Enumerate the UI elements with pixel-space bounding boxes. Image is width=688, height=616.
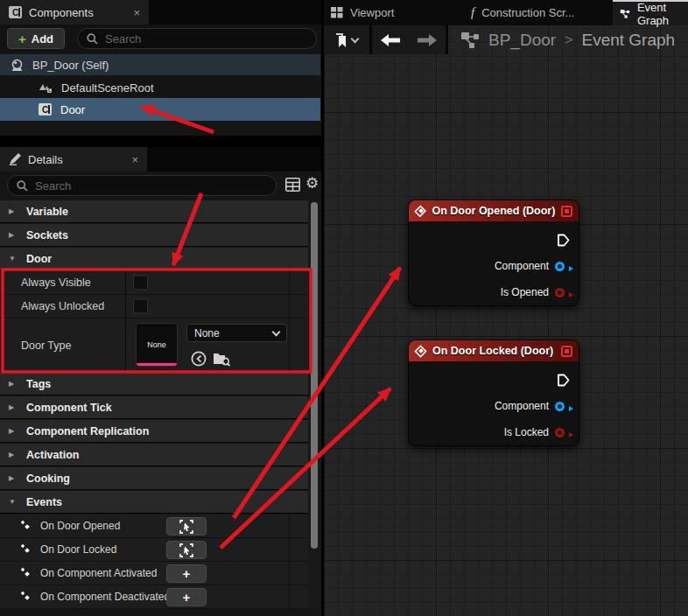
- close-icon[interactable]: ×: [131, 153, 138, 166]
- delegate-pin-icon[interactable]: [561, 206, 572, 217]
- section-variable[interactable]: ▶ Variable: [0, 200, 308, 223]
- tree-item-label: BP_Door (Self): [32, 59, 109, 72]
- forward-button[interactable]: [409, 25, 446, 54]
- section-component-tick[interactable]: ▶ Component Tick: [0, 396, 308, 419]
- display-filter-icon[interactable]: [285, 178, 300, 192]
- tree-item-default-scene-root[interactable]: C DefaultSceneRoot: [0, 77, 320, 98]
- row-door-type: Door Type None None: [0, 318, 308, 373]
- breadcrumb-separator: >: [565, 32, 572, 48]
- tab-construction-label: Construction Scr...: [481, 6, 574, 19]
- section-activation[interactable]: ▶ Activation: [0, 444, 308, 466]
- browse-asset-icon[interactable]: [213, 351, 230, 367]
- close-icon[interactable]: ×: [133, 6, 140, 19]
- use-selected-asset-icon[interactable]: [191, 351, 207, 367]
- door-type-dropdown[interactable]: None: [186, 324, 287, 342]
- section-label: Component Replication: [26, 425, 149, 438]
- tab-viewport[interactable]: Viewport: [331, 0, 394, 25]
- exec-pin-icon: [557, 234, 570, 247]
- section-component-replication[interactable]: ▶ Component Replication: [0, 420, 308, 443]
- details-tab-bar: Details ×: [0, 147, 321, 172]
- tab-components[interactable]: C Components ×: [0, 0, 149, 24]
- is-opened-out-pin[interactable]: Is Opened: [501, 286, 570, 298]
- object-pin-icon: [555, 262, 565, 271]
- component-out-pin[interactable]: Component: [495, 260, 570, 272]
- tab-details-label: Details: [28, 153, 63, 166]
- tab-details[interactable]: Details ×: [0, 147, 147, 172]
- add-event-button[interactable]: +: [166, 564, 207, 583]
- is-locked-out-pin[interactable]: Is Locked: [504, 426, 570, 438]
- tab-event-graph[interactable]: Event Graph: [613, 0, 688, 25]
- section-sockets[interactable]: ▶ Sockets: [0, 224, 308, 247]
- details-search-input[interactable]: Search: [7, 175, 277, 196]
- pin-label: Component: [495, 400, 549, 412]
- event-label: On Door Locked: [40, 543, 116, 556]
- details-scrollbar[interactable]: [308, 200, 321, 610]
- chevron-down-icon: [272, 327, 281, 336]
- breadcrumb: BP_Door > Event Graph: [460, 31, 675, 50]
- function-icon: f: [471, 5, 474, 20]
- thumbnail-label: None: [147, 340, 166, 349]
- pin-label: Is Locked: [504, 426, 549, 438]
- bool-pin-icon: [555, 428, 565, 438]
- event-row-on-door-opened: On Door Opened: [0, 514, 308, 538]
- node-title: On Door Locked (Door): [432, 345, 555, 357]
- scrollbar-thumb[interactable]: [311, 202, 318, 549]
- breadcrumb-root[interactable]: BP_Door: [488, 31, 556, 50]
- plus-icon: +: [18, 32, 26, 46]
- bookmark-icon: [335, 33, 348, 47]
- bookmarks-button[interactable]: [324, 25, 369, 54]
- back-button[interactable]: [372, 25, 409, 54]
- section-label: Cooking: [26, 472, 70, 485]
- breadcrumb-current: Event Graph: [581, 31, 675, 50]
- tree-item-bp-door-self[interactable]: BP_Door (Self): [0, 54, 320, 75]
- exec-out-pin[interactable]: [557, 234, 570, 247]
- section-events[interactable]: ▼ Events: [0, 491, 308, 514]
- event-label: On Component Deactivated: [40, 591, 170, 603]
- node-on-door-opened[interactable]: On Door Opened (Door) Component Is Opene…: [408, 200, 579, 306]
- expander-icon: ▶: [9, 231, 18, 239]
- node-header[interactable]: On Door Opened (Door): [409, 200, 579, 222]
- property-label: Door Type: [21, 340, 71, 352]
- section-label: Activation: [26, 449, 79, 461]
- gear-icon[interactable]: ⚙: [305, 174, 319, 192]
- delegate-pin-icon[interactable]: [561, 346, 572, 357]
- chevron-down-icon: [351, 34, 360, 43]
- section-tags[interactable]: ▶ Tags: [0, 373, 308, 396]
- toolbar-divider: [446, 25, 448, 54]
- add-component-button[interactable]: + Add: [7, 28, 65, 49]
- pin-label: Component: [495, 260, 549, 272]
- section-door[interactable]: ▼ Door: [0, 248, 308, 270]
- expander-icon: ▶: [9, 427, 18, 435]
- node-header[interactable]: On Door Locked (Door): [409, 340, 579, 362]
- section-label: Sockets: [26, 229, 68, 242]
- component-icon: C: [39, 103, 52, 116]
- row-always-visible: Always Visible: [0, 271, 308, 295]
- component-icon: C: [9, 6, 22, 18]
- components-search-input[interactable]: Search: [77, 28, 317, 49]
- arrow-left-icon: [381, 34, 400, 46]
- view-event-button[interactable]: [166, 541, 207, 559]
- components-tab-bar: C Components ×: [0, 0, 321, 24]
- view-event-button[interactable]: [166, 517, 207, 536]
- expander-icon: ▶: [9, 380, 18, 388]
- search-placeholder: Search: [35, 179, 71, 192]
- component-out-pin[interactable]: Component: [495, 400, 570, 412]
- exec-out-pin[interactable]: [557, 374, 570, 387]
- always-unlocked-checkbox[interactable]: [133, 299, 148, 314]
- exec-pin-icon: [557, 374, 570, 387]
- property-label: Always Visible: [21, 276, 91, 289]
- row-always-unlocked: Always Unlocked: [0, 295, 308, 318]
- viewport-icon: [331, 7, 343, 18]
- tree-item-door[interactable]: C Door: [0, 98, 320, 121]
- add-event-button[interactable]: +: [166, 588, 207, 606]
- section-cooking[interactable]: ▶ Cooking: [0, 467, 308, 490]
- event-graph-canvas[interactable]: Viewport f Construction Scr... Event Gra…: [324, 0, 688, 616]
- always-visible-checkbox[interactable]: [133, 276, 148, 290]
- dropdown-value: None: [194, 327, 273, 340]
- door-type-thumbnail[interactable]: None: [136, 323, 178, 367]
- view-event-icon: [179, 543, 193, 557]
- section-label: Variable: [26, 206, 68, 218]
- node-title: On Door Opened (Door): [432, 205, 555, 217]
- node-on-door-locked[interactable]: On Door Locked (Door) Component Is Locke…: [408, 340, 579, 446]
- tab-construction-script[interactable]: f Construction Scr...: [471, 0, 574, 25]
